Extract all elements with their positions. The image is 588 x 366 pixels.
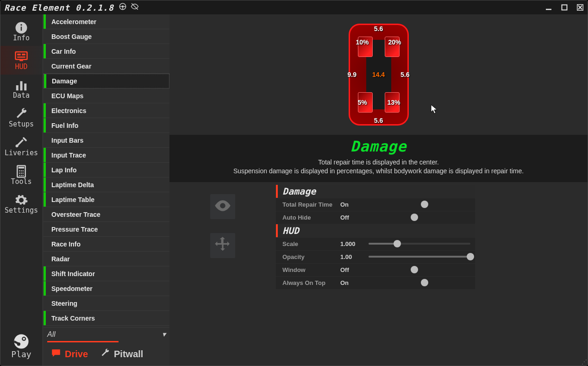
hud-list-item[interactable]: Accelerometer — [44, 14, 169, 29]
svg-point-35 — [23, 338, 25, 340]
steering-wheel-icon[interactable] — [119, 2, 127, 13]
visibility-toggle-button[interactable] — [210, 194, 235, 219]
move-arrows-icon — [213, 235, 232, 256]
hud-item-label: Fuel Info — [51, 122, 78, 129]
hud-list-item[interactable]: Shift Indicator — [44, 266, 169, 281]
svg-rect-14 — [16, 52, 27, 59]
hud-list-item[interactable]: Car Info — [44, 44, 169, 59]
close-button[interactable] — [576, 4, 584, 11]
slider-opacity[interactable] — [369, 256, 470, 258]
slider-scale[interactable] — [369, 243, 470, 245]
config-label: Total Repair Time — [282, 201, 340, 208]
nav-item-liveries[interactable]: Liveries — [0, 132, 42, 161]
hud-list-item[interactable]: Radar — [44, 252, 169, 266]
bars-icon — [14, 78, 28, 90]
hud-item-label: Speedometer — [51, 285, 93, 292]
hud-item-label: Race Info — [51, 240, 81, 248]
hud-list-item[interactable]: Damage — [44, 74, 169, 88]
svg-rect-15 — [17, 54, 21, 56]
hud-list-item[interactable]: Boost Gauge — [44, 29, 169, 44]
hud-list-item[interactable]: Laptime Table — [44, 192, 169, 207]
toggle-window[interactable] — [369, 269, 470, 271]
svg-rect-12 — [21, 27, 22, 31]
visibility-off-icon[interactable] — [131, 2, 139, 13]
hud-list-item[interactable]: Lap Info — [44, 163, 169, 177]
hud-list-item[interactable]: Track Corners — [44, 311, 169, 326]
config-value: Off — [340, 266, 366, 273]
hud-list-item[interactable]: Laptime Delta — [44, 177, 169, 192]
hud-item-label: Laptime Delta — [51, 181, 94, 189]
nav-item-data[interactable]: Data — [0, 75, 42, 103]
svg-point-24 — [19, 170, 20, 172]
svg-rect-6 — [546, 9, 551, 10]
chat-icon — [51, 348, 61, 360]
description-line: Suspension damage is displayed in percen… — [169, 167, 588, 176]
toggle-total_repair_time[interactable] — [369, 203, 470, 205]
nav-item-hud[interactable]: HUD — [0, 46, 42, 75]
rear-body-damage: 5.6 — [374, 117, 383, 124]
hud-list-item[interactable]: Race Info — [44, 237, 169, 252]
eye-icon — [213, 196, 232, 217]
svg-rect-20 — [20, 81, 23, 90]
config-value: On — [340, 279, 366, 286]
svg-point-37 — [220, 203, 225, 208]
svg-rect-19 — [16, 85, 19, 90]
front-body-damage: 5.6 — [374, 25, 383, 32]
config-panel: DamageTotal Repair TimeOnAuto HideOffHUD… — [276, 185, 475, 366]
description-band: Damage Total repair time is displayed in… — [169, 135, 588, 182]
tab-pitwall[interactable]: Pitwall — [100, 348, 143, 360]
toggle-always_on_top[interactable] — [369, 282, 470, 284]
svg-rect-23 — [19, 167, 25, 169]
svg-point-26 — [23, 170, 24, 172]
hud-list-item[interactable]: Current Gear — [44, 59, 169, 74]
play-button[interactable]: Play — [0, 329, 42, 366]
move-button[interactable] — [210, 233, 235, 258]
svg-point-31 — [21, 175, 22, 177]
hud-list[interactable]: AccelerometerBoost GaugeCar InfoCurrent … — [44, 14, 169, 327]
center-repair-time: 14.4 — [372, 71, 385, 78]
nav-item-settings[interactable]: Settings — [0, 189, 42, 218]
config-label: Window — [282, 266, 340, 273]
filter-dropdown[interactable]: All ▾ — [44, 327, 169, 341]
nav-item-info[interactable]: Info — [0, 17, 42, 46]
config-group-header: Damage — [276, 185, 475, 198]
hud-item-label: Car Info — [51, 48, 76, 55]
nav-item-tools[interactable]: Tools — [0, 161, 42, 189]
hud-item-label: Electronics — [51, 107, 86, 114]
tab-label: Pitwall — [114, 349, 143, 360]
hud-list-item[interactable]: Electronics — [44, 103, 169, 118]
minimize-button[interactable] — [545, 4, 552, 11]
hud-item-label: Input Bars — [51, 137, 83, 144]
config-row-window: WindowOff — [276, 264, 475, 276]
hud-list-item[interactable]: Pressure Trace — [44, 222, 169, 237]
resize-grip[interactable]: ⋰ — [582, 359, 587, 365]
nav-label: Setups — [9, 120, 34, 128]
hud-item-label: Current Gear — [51, 63, 91, 70]
config-value: 1.00 — [340, 253, 366, 260]
maximize-button[interactable] — [561, 4, 568, 11]
svg-point-29 — [23, 173, 24, 174]
hud-list-item[interactable]: Input Bars — [44, 133, 169, 148]
hud-item-label: Lap Info — [51, 166, 76, 174]
hud-list-item[interactable]: Oversteer Trace — [44, 207, 169, 222]
config-label: Always On Top — [282, 279, 340, 286]
chevron-down-icon: ▾ — [162, 330, 166, 339]
hud-list-item[interactable]: Fuel Info — [44, 118, 169, 133]
toggle-auto_hide[interactable] — [369, 216, 470, 218]
hud-list-item[interactable]: ECU Maps — [44, 88, 169, 103]
hud-item-label: Track Corners — [51, 315, 95, 322]
nav-item-setups[interactable]: Setups — [0, 103, 42, 132]
config-value: On — [340, 201, 366, 208]
config-group-title: HUD — [282, 225, 299, 236]
hud-item-label: Steering — [51, 300, 77, 307]
hud-list-item[interactable]: Steering — [44, 296, 169, 311]
svg-point-13 — [20, 24, 22, 26]
right-body-damage: 5.6 — [400, 71, 409, 78]
tab-drive[interactable]: Drive — [51, 348, 88, 360]
hud-list-item[interactable]: Input Trace — [44, 148, 169, 163]
hud-item-label: Laptime Table — [51, 196, 94, 203]
titlebar[interactable]: Race Element 0.2.1.8 — [0, 0, 588, 14]
hud-list-item[interactable]: Speedometer — [44, 281, 169, 296]
nav-label: Tools — [11, 177, 31, 186]
description-line: Total repair time is displayed in the ce… — [169, 158, 588, 167]
